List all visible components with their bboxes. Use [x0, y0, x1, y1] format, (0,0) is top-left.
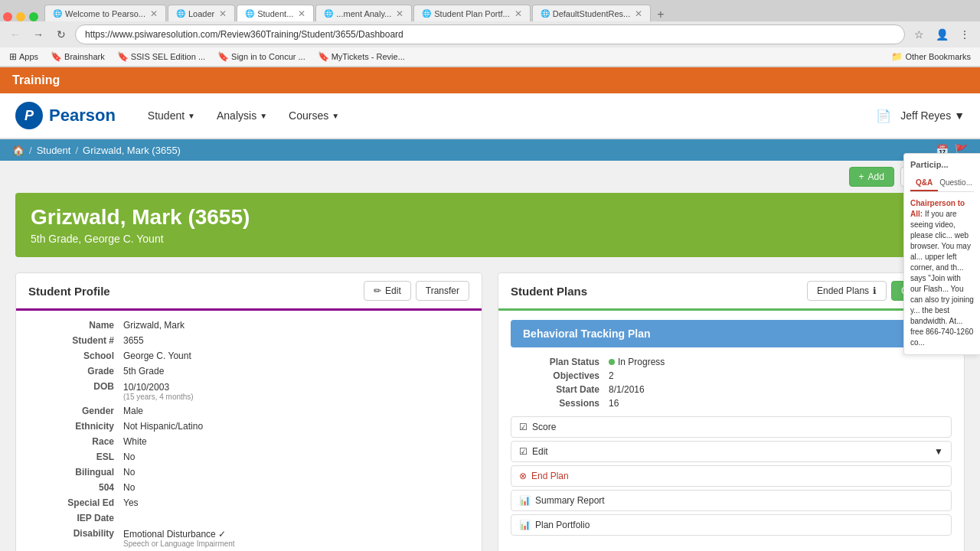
- profile-actions: ✏ Edit Transfer: [364, 281, 469, 301]
- student-name: Grizwald, Mark (3655): [31, 205, 949, 230]
- student-profile-card: Student Profile ✏ Edit Transfer Name Gri…: [15, 272, 482, 551]
- window-close[interactable]: [3, 12, 12, 21]
- tab-close-icon[interactable]: ✕: [514, 8, 522, 19]
- qa-tabs: Q&A Questio...: [910, 175, 974, 192]
- nav-right: 📄 Jeff Reyes ▼: [876, 109, 965, 123]
- profile-row-dob: DOB 10/10/2003 (15 years, 4 months): [28, 381, 469, 401]
- browser-tab[interactable]: 🌐 DefaultStudentRes... ✕: [532, 5, 652, 21]
- profile-label: ESL: [28, 452, 120, 462]
- tab-close-icon[interactable]: ✕: [298, 8, 305, 19]
- browser-tab-active[interactable]: 🌐 Student... ✕: [237, 5, 314, 21]
- tab-favicon: 🌐: [324, 9, 333, 18]
- window-maximize[interactable]: [29, 12, 38, 21]
- profile-row-grade: Grade 5th Grade: [28, 366, 469, 377]
- browser-tab[interactable]: 🌐 Welcome to Pearso... ✕: [44, 5, 166, 21]
- nav-item-courses[interactable]: Courses ▼: [279, 103, 348, 128]
- plan-status-row: Plan Status In Progress: [514, 357, 949, 367]
- forward-button[interactable]: →: [29, 25, 47, 44]
- bookmark-other[interactable]: 📁 Other Bookmarks: [888, 50, 974, 64]
- file-icon[interactable]: 📄: [876, 109, 891, 123]
- breadcrumb-student-link[interactable]: Student: [37, 145, 71, 156]
- portfolio-icon: 📊: [519, 520, 531, 530]
- home-icon[interactable]: 🏠: [12, 145, 24, 156]
- dropdown-arrow-icon: ▼: [332, 112, 339, 120]
- tab-close-icon[interactable]: ✕: [396, 8, 403, 19]
- profile-value: 10/10/2003: [123, 382, 169, 393]
- start-date-value: 8/1/2016: [609, 384, 949, 395]
- folder-icon: 📁: [891, 51, 903, 62]
- menu-icon[interactable]: ⋮: [956, 25, 974, 44]
- plan-card: Behavioral Tracking Plan: [511, 320, 952, 347]
- sessions-label: Sessions: [514, 398, 606, 409]
- end-plan-button[interactable]: ⊗ End Plan: [511, 465, 952, 487]
- tab-questions[interactable]: Questio...: [938, 175, 974, 191]
- objectives-value: 2: [609, 370, 949, 381]
- bookmark-icon: 🔖: [117, 51, 129, 62]
- app-header: Training: [0, 67, 980, 93]
- bookmark-mytickets[interactable]: 🔖 MyTickets - Revie...: [315, 50, 408, 64]
- profile-value: 3655: [123, 335, 469, 346]
- breadcrumb-separator: /: [29, 145, 32, 156]
- address-bar[interactable]: [75, 24, 905, 44]
- new-tab-button[interactable]: +: [652, 8, 668, 21]
- bookmark-star-icon[interactable]: ☆: [910, 25, 928, 44]
- profile-label: Name: [28, 320, 120, 331]
- profile-row-bilingual: Bilingual No: [28, 467, 469, 478]
- profile-row-504: 504 No: [28, 482, 469, 493]
- bookmark-icon: 🔖: [318, 51, 329, 62]
- plan-portfolio-button[interactable]: 📊 Plan Portfolio: [511, 514, 952, 536]
- refresh-button[interactable]: ↻: [52, 25, 70, 44]
- tab-qa[interactable]: Q&A: [910, 175, 938, 191]
- profile-value: White: [123, 436, 469, 447]
- profile-value: No: [123, 482, 469, 493]
- nav-item-student[interactable]: Student ▼: [139, 103, 204, 128]
- bookmark-apps[interactable]: ⊞ Apps: [6, 50, 41, 64]
- browser-tab[interactable]: 🌐 ...ment Analy... ✕: [315, 5, 412, 21]
- side-panel: Particip... Q&A Questio... Chairperson t…: [903, 153, 980, 355]
- edit-profile-button[interactable]: ✏ Edit: [364, 281, 411, 301]
- back-button[interactable]: ←: [6, 25, 24, 44]
- score-button[interactable]: ☑ Score: [511, 416, 952, 438]
- content-area: Grizwald, Mark (3655) 5th Grade, George …: [0, 193, 980, 551]
- profile-row-race: Race White: [28, 436, 469, 447]
- bookmark-brainshark[interactable]: 🔖 Brainshark: [47, 50, 108, 64]
- breadcrumb-current: Grizwald, Mark (3655): [83, 145, 181, 156]
- summary-report-button[interactable]: 📊 Summary Report: [511, 490, 952, 511]
- app-title: Training: [12, 73, 60, 86]
- tab-close-icon[interactable]: ✕: [219, 8, 227, 19]
- score-icon: ☑: [519, 422, 528, 432]
- profile-row-name: Name Grizwald, Mark: [28, 320, 469, 331]
- edit-icon: ☑: [519, 446, 528, 457]
- browser-chrome: 🌐 Welcome to Pearso... ✕ 🌐 Loader ✕ 🌐 St…: [0, 0, 980, 67]
- student-banner: Grizwald, Mark (3655) 5th Grade, George …: [15, 193, 965, 257]
- student-grade-school: 5th Grade, George C. Yount: [31, 233, 949, 245]
- two-column-layout: Student Profile ✏ Edit Transfer Name Gri…: [15, 272, 965, 551]
- tab-close-icon[interactable]: ✕: [635, 8, 642, 19]
- profile-value: Male: [123, 406, 469, 416]
- profile-label: 504: [28, 482, 120, 493]
- tab-favicon: 🌐: [176, 9, 185, 18]
- tab-close-icon[interactable]: ✕: [150, 8, 158, 19]
- user-profile-icon[interactable]: 👤: [933, 25, 951, 44]
- ended-plans-button[interactable]: Ended Plans ℹ: [807, 281, 887, 301]
- tab-favicon: 🌐: [53, 9, 62, 18]
- bookmarks-bar: ⊞ Apps 🔖 Brainshark 🔖 SSIS SEL Edition .…: [0, 47, 980, 67]
- profile-label: Grade: [28, 366, 120, 377]
- edit-plan-button[interactable]: ☑ Edit ▼: [511, 441, 952, 462]
- transfer-button[interactable]: Transfer: [416, 281, 469, 301]
- apps-icon: ⊞: [9, 51, 17, 62]
- status-dot-icon: [609, 359, 615, 365]
- add-button[interactable]: + Add: [849, 167, 894, 187]
- browser-tab[interactable]: 🌐 Student Plan Portf... ✕: [413, 5, 530, 21]
- user-menu[interactable]: Jeff Reyes ▼: [900, 109, 965, 122]
- bookmark-ssis[interactable]: 🔖 SSIS SEL Edition ...: [114, 50, 208, 64]
- nav-item-analysis[interactable]: Analysis ▼: [207, 103, 276, 128]
- browser-tab[interactable]: 🌐 Loader ✕: [168, 5, 235, 21]
- bookmark-concur[interactable]: 🔖 Sign in to Concur ...: [214, 50, 309, 64]
- window-minimize[interactable]: [16, 12, 25, 21]
- bookmark-icon: 🔖: [217, 51, 229, 62]
- profile-row-studentid: Student # 3655: [28, 335, 469, 346]
- profile-row-school: School George C. Yount: [28, 350, 469, 361]
- browser-nav-bar: ← → ↻ ☆ 👤 ⋮: [0, 21, 980, 47]
- pearson-logo-icon: P: [15, 102, 43, 129]
